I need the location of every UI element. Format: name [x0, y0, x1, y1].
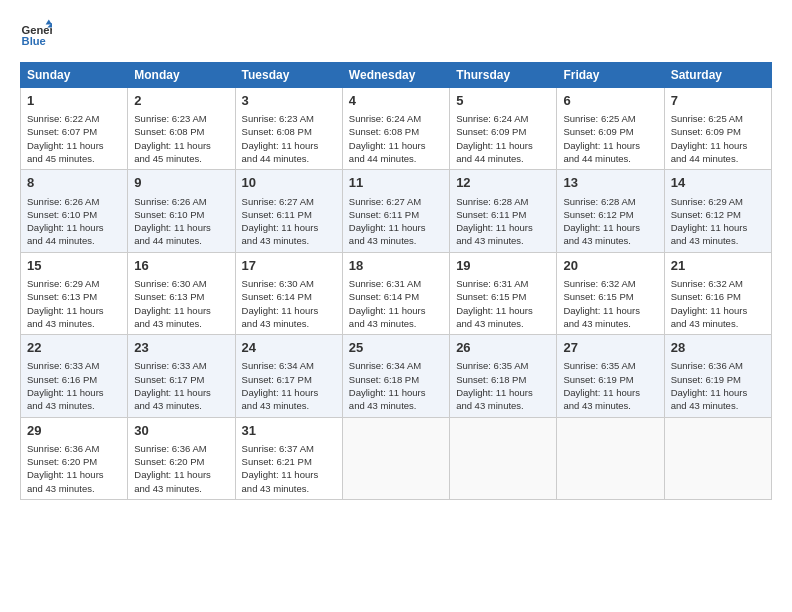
- day-cell: 27Sunrise: 6:35 AMSunset: 6:19 PMDayligh…: [557, 335, 664, 417]
- daylight: Daylight: 11 hours and 44 minutes.: [242, 140, 319, 164]
- day-cell: 23Sunrise: 6:33 AMSunset: 6:17 PMDayligh…: [128, 335, 235, 417]
- col-header-tuesday: Tuesday: [235, 63, 342, 88]
- day-cell: 11Sunrise: 6:27 AMSunset: 6:11 PMDayligh…: [342, 170, 449, 252]
- day-number: 8: [27, 174, 121, 192]
- sunset: Sunset: 6:08 PM: [242, 126, 312, 137]
- day-number: 15: [27, 257, 121, 275]
- sunset: Sunset: 6:11 PM: [242, 209, 312, 220]
- day-cell: 7Sunrise: 6:25 AMSunset: 6:09 PMDaylight…: [664, 88, 771, 170]
- col-header-sunday: Sunday: [21, 63, 128, 88]
- sunset: Sunset: 6:16 PM: [27, 374, 97, 385]
- sunrise: Sunrise: 6:30 AM: [242, 278, 314, 289]
- day-cell: 19Sunrise: 6:31 AMSunset: 6:15 PMDayligh…: [450, 252, 557, 334]
- daylight: Daylight: 11 hours and 43 minutes.: [456, 387, 533, 411]
- day-number: 20: [563, 257, 657, 275]
- daylight: Daylight: 11 hours and 43 minutes.: [27, 387, 104, 411]
- daylight: Daylight: 11 hours and 43 minutes.: [563, 387, 640, 411]
- sunset: Sunset: 6:19 PM: [563, 374, 633, 385]
- day-cell: 18Sunrise: 6:31 AMSunset: 6:14 PMDayligh…: [342, 252, 449, 334]
- daylight: Daylight: 11 hours and 43 minutes.: [349, 222, 426, 246]
- day-cell: 3Sunrise: 6:23 AMSunset: 6:08 PMDaylight…: [235, 88, 342, 170]
- day-number: 16: [134, 257, 228, 275]
- day-cell: 14Sunrise: 6:29 AMSunset: 6:12 PMDayligh…: [664, 170, 771, 252]
- day-number: 24: [242, 339, 336, 357]
- daylight: Daylight: 11 hours and 43 minutes.: [456, 305, 533, 329]
- sunrise: Sunrise: 6:31 AM: [456, 278, 528, 289]
- calendar-page: General Blue SundayMondayTuesdayWednesda…: [0, 0, 792, 612]
- sunrise: Sunrise: 6:26 AM: [134, 196, 206, 207]
- sunset: Sunset: 6:12 PM: [671, 209, 741, 220]
- day-cell: 16Sunrise: 6:30 AMSunset: 6:13 PMDayligh…: [128, 252, 235, 334]
- daylight: Daylight: 11 hours and 43 minutes.: [242, 222, 319, 246]
- day-number: 22: [27, 339, 121, 357]
- sunrise: Sunrise: 6:31 AM: [349, 278, 421, 289]
- week-row-3: 15Sunrise: 6:29 AMSunset: 6:13 PMDayligh…: [21, 252, 772, 334]
- daylight: Daylight: 11 hours and 43 minutes.: [242, 387, 319, 411]
- sunrise: Sunrise: 6:24 AM: [349, 113, 421, 124]
- sunrise: Sunrise: 6:36 AM: [671, 360, 743, 371]
- day-cell: 6Sunrise: 6:25 AMSunset: 6:09 PMDaylight…: [557, 88, 664, 170]
- daylight: Daylight: 11 hours and 43 minutes.: [671, 387, 748, 411]
- daylight: Daylight: 11 hours and 44 minutes.: [456, 140, 533, 164]
- day-cell: [557, 417, 664, 499]
- day-cell: 9Sunrise: 6:26 AMSunset: 6:10 PMDaylight…: [128, 170, 235, 252]
- day-number: 25: [349, 339, 443, 357]
- day-number: 14: [671, 174, 765, 192]
- day-cell: 25Sunrise: 6:34 AMSunset: 6:18 PMDayligh…: [342, 335, 449, 417]
- daylight: Daylight: 11 hours and 43 minutes.: [671, 305, 748, 329]
- daylight: Daylight: 11 hours and 43 minutes.: [456, 222, 533, 246]
- sunrise: Sunrise: 6:36 AM: [27, 443, 99, 454]
- daylight: Daylight: 11 hours and 43 minutes.: [563, 222, 640, 246]
- daylight: Daylight: 11 hours and 43 minutes.: [242, 469, 319, 493]
- day-cell: 26Sunrise: 6:35 AMSunset: 6:18 PMDayligh…: [450, 335, 557, 417]
- svg-text:Blue: Blue: [22, 35, 46, 47]
- day-number: 31: [242, 422, 336, 440]
- daylight: Daylight: 11 hours and 45 minutes.: [134, 140, 211, 164]
- day-cell: 12Sunrise: 6:28 AMSunset: 6:11 PMDayligh…: [450, 170, 557, 252]
- day-cell: 28Sunrise: 6:36 AMSunset: 6:19 PMDayligh…: [664, 335, 771, 417]
- sunrise: Sunrise: 6:34 AM: [242, 360, 314, 371]
- day-number: 21: [671, 257, 765, 275]
- sunset: Sunset: 6:08 PM: [349, 126, 419, 137]
- day-cell: 20Sunrise: 6:32 AMSunset: 6:15 PMDayligh…: [557, 252, 664, 334]
- day-number: 27: [563, 339, 657, 357]
- daylight: Daylight: 11 hours and 44 minutes.: [563, 140, 640, 164]
- day-number: 3: [242, 92, 336, 110]
- day-cell: 10Sunrise: 6:27 AMSunset: 6:11 PMDayligh…: [235, 170, 342, 252]
- week-row-5: 29Sunrise: 6:36 AMSunset: 6:20 PMDayligh…: [21, 417, 772, 499]
- sunset: Sunset: 6:10 PM: [27, 209, 97, 220]
- day-cell: 4Sunrise: 6:24 AMSunset: 6:08 PMDaylight…: [342, 88, 449, 170]
- sunrise: Sunrise: 6:24 AM: [456, 113, 528, 124]
- sunset: Sunset: 6:17 PM: [134, 374, 204, 385]
- sunset: Sunset: 6:20 PM: [27, 456, 97, 467]
- day-number: 26: [456, 339, 550, 357]
- day-cell: 5Sunrise: 6:24 AMSunset: 6:09 PMDaylight…: [450, 88, 557, 170]
- sunset: Sunset: 6:13 PM: [134, 291, 204, 302]
- sunset: Sunset: 6:13 PM: [27, 291, 97, 302]
- day-cell: 30Sunrise: 6:36 AMSunset: 6:20 PMDayligh…: [128, 417, 235, 499]
- day-number: 17: [242, 257, 336, 275]
- sunset: Sunset: 6:14 PM: [349, 291, 419, 302]
- sunrise: Sunrise: 6:25 AM: [671, 113, 743, 124]
- sunset: Sunset: 6:10 PM: [134, 209, 204, 220]
- sunset: Sunset: 6:11 PM: [349, 209, 419, 220]
- sunrise: Sunrise: 6:33 AM: [27, 360, 99, 371]
- daylight: Daylight: 11 hours and 44 minutes.: [349, 140, 426, 164]
- sunrise: Sunrise: 6:23 AM: [134, 113, 206, 124]
- day-number: 29: [27, 422, 121, 440]
- sunset: Sunset: 6:18 PM: [349, 374, 419, 385]
- daylight: Daylight: 11 hours and 43 minutes.: [27, 305, 104, 329]
- sunrise: Sunrise: 6:29 AM: [27, 278, 99, 289]
- sunrise: Sunrise: 6:27 AM: [349, 196, 421, 207]
- sunset: Sunset: 6:19 PM: [671, 374, 741, 385]
- day-cell: 15Sunrise: 6:29 AMSunset: 6:13 PMDayligh…: [21, 252, 128, 334]
- sunset: Sunset: 6:15 PM: [456, 291, 526, 302]
- header-row: SundayMondayTuesdayWednesdayThursdayFrid…: [21, 63, 772, 88]
- daylight: Daylight: 11 hours and 43 minutes.: [349, 387, 426, 411]
- sunrise: Sunrise: 6:22 AM: [27, 113, 99, 124]
- sunset: Sunset: 6:09 PM: [671, 126, 741, 137]
- logo: General Blue: [20, 18, 56, 50]
- sunrise: Sunrise: 6:32 AM: [563, 278, 635, 289]
- week-row-4: 22Sunrise: 6:33 AMSunset: 6:16 PMDayligh…: [21, 335, 772, 417]
- sunrise: Sunrise: 6:23 AM: [242, 113, 314, 124]
